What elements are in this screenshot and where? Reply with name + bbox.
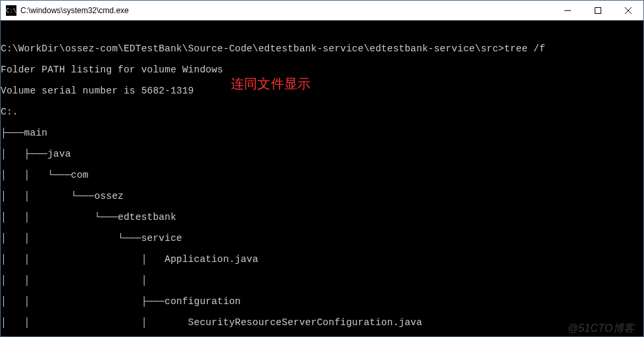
tree-root: C:. <box>1 107 643 117</box>
annotation-text: 连同文件显示 <box>231 78 310 89</box>
close-icon <box>625 7 632 14</box>
terminal-output[interactable]: C:\WorkDir\ossez-com\EDTestBank\Source-C… <box>1 20 643 336</box>
close-button[interactable] <box>613 1 643 20</box>
volume-header: Folder PATH listing for volume Windows <box>1 65 643 75</box>
maximize-icon <box>595 7 601 14</box>
prompt-line: C:\WorkDir\ossez-com\EDTestBank\Source-C… <box>1 43 643 54</box>
tree-line: │ │ └───service <box>1 233 643 244</box>
tree-line: │ │ ├───configuration <box>1 296 643 307</box>
cmd-icon: C:\ <box>6 5 16 16</box>
tree-line: ├───main <box>1 128 643 138</box>
tree-line: │ │ │ SecurityResourceServerConfiguratio… <box>1 317 643 328</box>
tree-line: │ │ │ <box>1 275 643 286</box>
tree-line: │ │ └───com <box>1 170 643 180</box>
svg-rect-1 <box>595 7 601 13</box>
tree-line: │ ├───java <box>1 149 643 159</box>
tree-line: │ │ └───ossez <box>1 191 643 201</box>
minimize-icon <box>564 7 571 14</box>
tree-line: │ │ └───edtestbank <box>1 212 643 222</box>
window-controls <box>553 1 643 20</box>
tree-line: │ │ │ Application.java <box>1 254 643 265</box>
maximize-button[interactable] <box>583 1 613 20</box>
minimize-button[interactable] <box>553 1 583 20</box>
watermark-text: @51CTO博客 <box>568 323 634 334</box>
window-title: C:\windows\system32\cmd.exe <box>20 6 553 15</box>
window-titlebar: C:\ C:\windows\system32\cmd.exe <box>1 1 643 20</box>
serial-header: Volume serial number is 5682-1319 <box>1 86 643 96</box>
